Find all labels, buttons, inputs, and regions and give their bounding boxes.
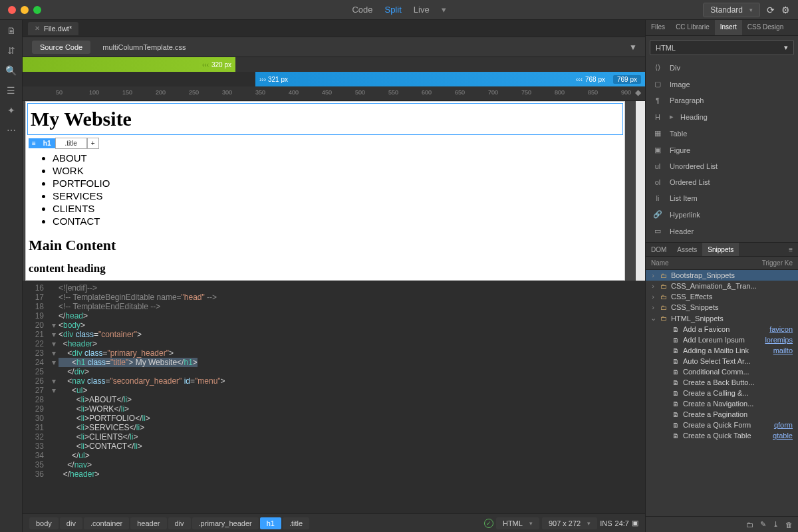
snippet-file[interactable]: 🗎Create a Quick Tableqtable bbox=[646, 430, 798, 441]
breadcrumb-item[interactable]: .title bbox=[283, 517, 309, 529]
insert-snippet-icon[interactable]: ⤓ bbox=[773, 520, 779, 529]
new-snippet-icon[interactable]: ✎ bbox=[760, 520, 766, 529]
snippet-file[interactable]: 🗎Create a Quick Formqform bbox=[646, 420, 798, 430]
panel-tab-assets[interactable]: Assets bbox=[672, 243, 702, 256]
panel-tab-dom[interactable]: DOM bbox=[646, 243, 672, 256]
related-file-link[interactable]: multiColumnTemplate.css bbox=[102, 43, 186, 51]
badge-tag[interactable]: h1 bbox=[39, 138, 55, 148]
view-tab-split[interactable]: Split bbox=[384, 5, 401, 15]
tool-manage-icon[interactable]: ☰ bbox=[7, 85, 15, 96]
snippet-folder[interactable]: ›🗀Bootstrap_Snippets bbox=[646, 270, 798, 281]
panel-tab-insert[interactable]: Insert bbox=[715, 20, 742, 35]
media-query-bar[interactable]: 320 px 321 px 768 px 769 px bbox=[23, 57, 645, 86]
code-line[interactable]: 28 <li>ABOUT</li> bbox=[23, 395, 645, 404]
breadcrumb-item[interactable]: body bbox=[29, 517, 59, 529]
insert-item-unordered-list[interactable]: ulUnordered List bbox=[646, 158, 798, 174]
panel-tab-css-design[interactable]: CSS Design bbox=[742, 20, 789, 35]
file-tab[interactable]: ✕ File.dwt* bbox=[28, 22, 78, 35]
twisty-icon[interactable]: › bbox=[650, 303, 656, 311]
snippet-file[interactable]: 🗎Create a Calling &... bbox=[646, 388, 798, 398]
preview-h2[interactable]: Main Content bbox=[26, 227, 624, 259]
preview-nav-item[interactable]: CLIENTS bbox=[53, 202, 624, 215]
code-line[interactable]: 18<!-- TemplateEndEditable --> bbox=[23, 302, 645, 311]
tool-inspect-icon[interactable]: 🔍 bbox=[5, 65, 17, 76]
scrub-marker-icon[interactable]: ◆ bbox=[635, 88, 641, 97]
sync-icon[interactable]: ⟳ bbox=[767, 5, 775, 15]
snippet-file[interactable]: 🗎Create a Back Butto... bbox=[646, 377, 798, 388]
lang-dropdown[interactable]: HTML bbox=[496, 517, 539, 529]
panel-tab-snippets[interactable]: Snippets bbox=[702, 243, 739, 256]
code-line[interactable]: 16<![endif]--> bbox=[23, 283, 645, 293]
code-line[interactable]: 33 <li>CONTACT</li> bbox=[23, 442, 645, 451]
code-line[interactable]: 27▾ <ul> bbox=[23, 386, 645, 395]
code-line[interactable]: 23▾ <div class="primary_header"> bbox=[23, 348, 645, 358]
code-line[interactable]: 25 </div> bbox=[23, 367, 645, 376]
snippet-folder[interactable]: ›🗀CSS_Snippets bbox=[646, 302, 798, 313]
code-line[interactable]: 36 </header> bbox=[23, 469, 645, 479]
source-code-button[interactable]: Source Code bbox=[32, 41, 90, 54]
snippet-folder[interactable]: ›🗀CSS_Animation_&_Tran... bbox=[646, 281, 798, 291]
view-tab-code[interactable]: Code bbox=[352, 5, 372, 15]
code-line[interactable]: 17<!-- TemplateBeginEditable name="head"… bbox=[23, 293, 645, 302]
viewport-size-dropdown[interactable]: 907 x 272 bbox=[542, 517, 597, 529]
breadcrumb-item[interactable]: h1 bbox=[260, 517, 281, 529]
element-display-badge[interactable]: ≡ h1 .title + bbox=[29, 138, 99, 149]
view-tab-live[interactable]: Live bbox=[414, 5, 430, 15]
insert-item-table[interactable]: ▦Table bbox=[646, 125, 798, 142]
code-editor[interactable]: 16<![endif]-->17<!-- TemplateBeginEditab… bbox=[23, 281, 645, 513]
insert-item-div[interactable]: ⟨⟩Div bbox=[646, 59, 798, 76]
code-line[interactable]: 32 <li>CLIENTS</li> bbox=[23, 432, 645, 442]
workspace-dropdown[interactable]: Standard bbox=[703, 3, 760, 17]
breadcrumb-item[interactable]: div bbox=[168, 517, 191, 529]
snippet-file[interactable]: 🗎Create a Pagination bbox=[646, 409, 798, 420]
code-line[interactable]: 26▾ <nav class="secondary_header" id="me… bbox=[23, 376, 645, 386]
col-name[interactable]: Name bbox=[651, 259, 762, 267]
preview-h3[interactable]: content heading bbox=[26, 259, 624, 278]
snippet-file[interactable]: 🗎Add Loreum Ipsumloremips bbox=[646, 334, 798, 345]
snippet-folder[interactable]: ⌄🗀HTML_Snippets bbox=[646, 313, 798, 324]
code-line[interactable]: 22▾ <header> bbox=[23, 339, 645, 348]
preview-nav-item[interactable]: WORK bbox=[53, 164, 624, 177]
preview-nav-item[interactable]: ABOUT bbox=[53, 152, 624, 164]
snippet-file[interactable]: 🗎Add a Faviconfavicon bbox=[646, 324, 798, 334]
insert-item-heading[interactable]: H▸Heading bbox=[646, 108, 798, 125]
preview-nav-item[interactable]: SERVICES bbox=[53, 190, 624, 202]
breadcrumb-item[interactable]: .primary_header bbox=[192, 517, 259, 529]
preview-nav-item[interactable]: CONTACT bbox=[53, 215, 624, 227]
insert-item-ordered-list[interactable]: olOrdered List bbox=[646, 174, 798, 190]
code-line[interactable]: 21▾<div class="container"> bbox=[23, 330, 645, 339]
insert-item-paragraph[interactable]: ¶Paragraph bbox=[646, 92, 798, 108]
live-preview[interactable]: My Website ≡ h1 .title + ABOUTWORKPORTFO… bbox=[25, 101, 625, 281]
breadcrumb-item[interactable]: div bbox=[60, 517, 82, 529]
zoom-window-icon[interactable] bbox=[33, 6, 41, 14]
code-line[interactable]: 35 </nav> bbox=[23, 460, 645, 469]
delete-icon[interactable]: 🗑 bbox=[785, 521, 793, 529]
preview-device-icon[interactable]: ▣ bbox=[632, 519, 638, 527]
twisty-icon[interactable]: ⌄ bbox=[650, 314, 656, 323]
code-line[interactable]: 24▾ <h1 class="title"> My Website</h1> bbox=[23, 358, 645, 367]
snippet-file[interactable]: 🗎Auto Select Text Ar... bbox=[646, 356, 798, 366]
badge-class[interactable]: .title bbox=[55, 138, 87, 149]
panel-tab-files[interactable]: Files bbox=[646, 20, 670, 35]
new-folder-icon[interactable]: 🗀 bbox=[746, 521, 753, 529]
no-errors-icon[interactable]: ✓ bbox=[484, 519, 493, 528]
filter-funnel-icon[interactable]: ▼ bbox=[629, 43, 637, 52]
code-line[interactable]: 30 <li>PORTFOLIO</li> bbox=[23, 414, 645, 423]
twisty-icon[interactable]: › bbox=[650, 293, 656, 301]
snippet-folder[interactable]: ›🗀CSS_Effects bbox=[646, 291, 798, 302]
twisty-icon[interactable]: › bbox=[650, 282, 656, 290]
panel-tab-cc-librarie[interactable]: CC Librarie bbox=[670, 20, 715, 35]
insert-item-figure[interactable]: ▣Figure bbox=[646, 142, 798, 158]
minimize-window-icon[interactable] bbox=[21, 6, 29, 14]
chevron-down-icon[interactable]: ▾ bbox=[442, 5, 446, 15]
code-line[interactable]: 34 </ul> bbox=[23, 451, 645, 460]
preview-h1[interactable]: My Website bbox=[28, 104, 622, 134]
insert-item-hyperlink[interactable]: 🔗Hyperlink bbox=[646, 206, 798, 223]
insert-item-image[interactable]: ▢Image bbox=[646, 76, 798, 92]
code-line[interactable]: 29 <li>WORK</li> bbox=[23, 404, 645, 414]
insert-item-list-item[interactable]: liList Item bbox=[646, 190, 798, 206]
preview-scrollbar[interactable] bbox=[636, 101, 645, 281]
panel-menu-icon[interactable]: ≡ bbox=[783, 243, 798, 256]
code-line[interactable]: 20▾<body> bbox=[23, 321, 645, 330]
tool-more-icon[interactable]: ⋯ bbox=[7, 125, 16, 136]
